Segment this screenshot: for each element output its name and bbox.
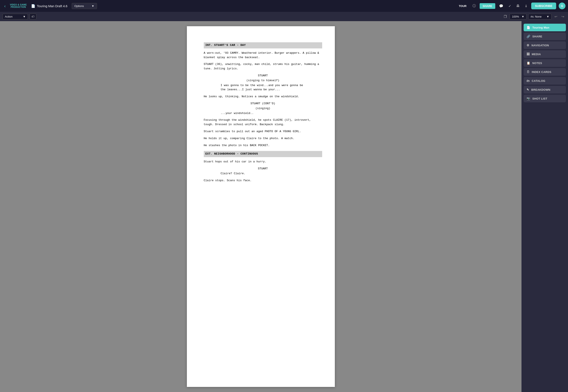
sidebar-item-media[interactable]: 🖼 MEDIA	[524, 50, 566, 58]
index-cards-icon: 🗒	[526, 70, 529, 74]
action-para: Claire stops. Scans his face.	[204, 179, 322, 183]
zoom-dropdown[interactable]: 100% ▼	[510, 14, 526, 19]
scene-label: #s: None	[531, 15, 541, 18]
doc-icon: 📄	[31, 4, 35, 8]
sidebar-item-label: NAVIGATION	[531, 44, 549, 47]
sidebar-item-label: SHOT LIST	[532, 97, 547, 100]
tag-icon-button[interactable]: 🏷	[30, 14, 36, 19]
avatar[interactable]: G	[559, 2, 566, 9]
action-para: He stashes the photo in his BACK POCKET.	[204, 143, 322, 148]
action-para: Stuart hops out of his car in a hurry.	[204, 160, 322, 164]
doc-icon: 📄	[526, 26, 530, 29]
doc-title: Touring Man Draft 4.6	[37, 4, 68, 8]
breakdown-icon: ✎	[526, 88, 529, 91]
genre-label: Action	[5, 15, 13, 18]
action-para: Focusing through the windshield, he spot…	[204, 118, 322, 127]
secondary-nav: Action ▼ 🏷 ❐ 100% ▼ #s: None ▼ ↩ ↪	[0, 12, 568, 21]
action-para: He looks up, thinking. Notices a smudge …	[204, 95, 322, 99]
sidebar-item-catalog[interactable]: 🗁 CATALOG	[524, 77, 566, 84]
top-nav: ‹ VIDEO & GAME PRODUCTION 📄 Touring Man …	[0, 0, 568, 12]
options-label: Options	[74, 4, 84, 8]
back-button[interactable]: ‹	[2, 3, 7, 9]
zoom-label: 100%	[512, 15, 519, 18]
redo-button[interactable]: ↪	[560, 14, 566, 19]
navigation-icon: ⚙	[526, 43, 529, 47]
brand-logo[interactable]: VIDEO & GAME PRODUCTION	[10, 4, 27, 8]
parenthetical: (singing to himself)	[204, 78, 322, 83]
comment-icon-button[interactable]: 💬	[498, 3, 505, 9]
chevron-down-icon: ▼	[522, 15, 524, 18]
notes-icon: 📋	[526, 61, 530, 65]
sidebar-item-shot-list[interactable]: 📷 SHOT LIST	[524, 95, 566, 102]
sidebar-item-notes[interactable]: 📋 NOTES	[524, 59, 566, 67]
dialogue: ...your windshield..	[204, 111, 322, 116]
sidebar-item-label: SHARE	[532, 35, 542, 38]
action-para: Stuart scrambles to pull out an aged PHO…	[204, 129, 322, 134]
sidebar-item-label: INDEX CARDS	[532, 70, 551, 74]
action-para: He holds it up, comparing Claire to the …	[204, 136, 322, 141]
share-button[interactable]: SHARE	[480, 3, 495, 9]
catalog-icon: 🗁	[526, 79, 529, 83]
sidebar-item-navigation[interactable]: ⚙ NAVIGATION	[524, 42, 566, 49]
sidebar-item-share[interactable]: 🔗 SHARE	[524, 33, 566, 40]
brand-line2: PRODUCTION	[11, 6, 26, 8]
scene2-heading: EXT. NEIGHBORHOOD - CONTINUOUS	[204, 151, 322, 157]
options-dropdown[interactable]: Options ▼	[72, 3, 97, 9]
sidebar-item-label: MEDIA	[532, 53, 541, 56]
character-name: STUART (CONT'D)	[204, 101, 322, 106]
share-icon: 🔗	[526, 35, 530, 38]
doc-title-area: 📄 Touring Man Draft 4.6	[31, 4, 68, 8]
sidebar-item-label: BREAKDOWN	[531, 88, 550, 91]
script-page: INT. STUART'S CAR - DAY A worn-out, '93 …	[187, 26, 335, 387]
print-icon-button[interactable]: 🖶	[515, 3, 521, 9]
chevron-down-icon: ▼	[23, 15, 26, 18]
sidebar: 📄 Touring Man 🔗 SHARE ⚙ NAVIGATION 🖼 MED…	[522, 21, 568, 392]
action-para: STUART (36), unwitting, cocky, man child…	[204, 62, 322, 71]
sidebar-item-touring-man[interactable]: 📄 Touring Man	[524, 24, 566, 31]
sidebar-item-label: NOTES	[532, 62, 542, 65]
main-layout: INT. STUART'S CAR - DAY A worn-out, '93 …	[0, 21, 568, 392]
sidebar-item-index-cards[interactable]: 🗒 INDEX CARDS	[524, 68, 566, 76]
fullscreen-icon-button[interactable]: ❐	[502, 14, 508, 19]
parenthetical: (singing)	[204, 106, 322, 111]
download-icon-button[interactable]: ⇓	[523, 3, 529, 9]
shot-list-icon: 📷	[526, 97, 530, 100]
character-name: STUART	[204, 74, 322, 78]
dialogue: I was gonna to be the wind...and you wer…	[204, 83, 322, 92]
brand-line1: VIDEO & GAME	[10, 4, 27, 6]
genre-dropdown[interactable]: Action ▼	[2, 14, 28, 19]
scene-dropdown[interactable]: #s: None ▼	[528, 14, 552, 19]
dialogue: Claire? Claire.	[204, 171, 322, 176]
action-para: A worn-out, '93 CAMRY. Weathered interio…	[204, 51, 322, 60]
undo-button[interactable]: ↩	[553, 14, 558, 19]
tour-button[interactable]: TOUR	[457, 3, 469, 9]
sidebar-item-breakdown[interactable]: ✎ BREAKDOWN	[524, 86, 566, 93]
chevron-down-icon: ▼	[92, 4, 94, 8]
subscribe-button[interactable]: SUBSCRIBE	[531, 2, 556, 9]
chevron-down-icon: ▼	[546, 15, 549, 18]
help-icon-button[interactable]: ⓘ	[471, 3, 477, 9]
check-icon-button[interactable]: ✓	[507, 3, 513, 9]
script-area[interactable]: INT. STUART'S CAR - DAY A worn-out, '93 …	[0, 21, 522, 392]
character-name: STUART	[204, 167, 322, 171]
media-icon: 🖼	[526, 52, 529, 56]
sidebar-item-label: Touring Man	[532, 26, 549, 29]
scene1-heading: INT. STUART'S CAR - DAY	[204, 42, 322, 48]
sidebar-item-label: CATALOG	[532, 79, 545, 83]
